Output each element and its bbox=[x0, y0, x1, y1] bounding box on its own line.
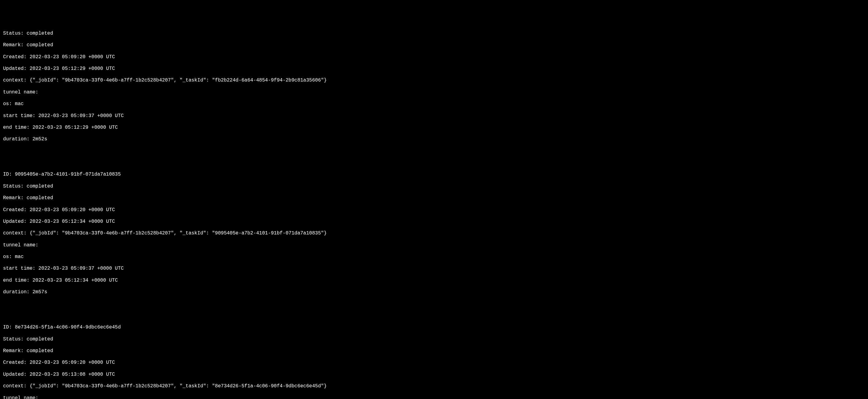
id-line: ID: 9095405e-a7b2-4101-91bf-071da7a10835 bbox=[3, 172, 865, 178]
created-line: Created: 2022-03-23 05:09:20 +0000 UTC bbox=[3, 54, 865, 60]
tunnel-name-line: tunnel name: bbox=[3, 242, 865, 248]
os-value: mac bbox=[15, 101, 24, 106]
updated-line: Updated: 2022-03-23 05:12:34 +0000 UTC bbox=[3, 219, 865, 225]
end-time-line: end time: 2022-03-23 05:12:29 +0000 UTC bbox=[3, 125, 865, 130]
start-time-line: start time: 2022-03-23 05:09:37 +0000 UT… bbox=[3, 266, 865, 272]
remark-value: completed bbox=[27, 195, 53, 201]
duration-label: duration: bbox=[3, 136, 32, 142]
status-line: Status: completed bbox=[3, 184, 865, 189]
created-line: Created: 2022-03-23 05:09:20 +0000 UTC bbox=[3, 207, 865, 213]
created-label: Created: bbox=[3, 207, 29, 213]
status-label: Status: bbox=[3, 336, 27, 342]
updated-value: 2022-03-23 05:12:34 +0000 UTC bbox=[29, 219, 115, 224]
id-value: 8e734d26-5f1a-4c06-90f4-9dbc6ec6e45d bbox=[15, 325, 121, 330]
id-label: ID: bbox=[3, 172, 15, 177]
tunnel-name-label: tunnel name: bbox=[3, 242, 38, 248]
blank-line bbox=[3, 148, 865, 154]
remark-line: Remark: completed bbox=[3, 348, 865, 354]
remark-value: completed bbox=[27, 348, 53, 354]
end-time-label: end time: bbox=[3, 125, 32, 130]
remark-label: Remark: bbox=[3, 42, 27, 48]
os-line: os: mac bbox=[3, 254, 865, 260]
start-time-line: start time: 2022-03-23 05:09:37 +0000 UT… bbox=[3, 113, 865, 119]
blank-line bbox=[3, 313, 865, 319]
end-time-value: 2022-03-23 05:12:34 +0000 UTC bbox=[32, 278, 118, 283]
remark-label: Remark: bbox=[3, 195, 27, 201]
created-value: 2022-03-23 05:09:20 +0000 UTC bbox=[29, 360, 115, 365]
os-line: os: mac bbox=[3, 101, 865, 107]
remark-label: Remark: bbox=[3, 348, 27, 354]
context-value: {"_jobId": "9b4703ca-33f0-4e6b-a7ff-1b2c… bbox=[29, 78, 327, 83]
start-time-value: 2022-03-23 05:09:37 +0000 UTC bbox=[38, 266, 124, 271]
status-line: Status: completed bbox=[3, 31, 865, 36]
status-label: Status: bbox=[3, 184, 27, 189]
tunnel-name-line: tunnel name: bbox=[3, 90, 865, 95]
remark-value: completed bbox=[27, 42, 53, 48]
remark-line: Remark: completed bbox=[3, 195, 865, 201]
start-time-value: 2022-03-23 05:09:37 +0000 UTC bbox=[38, 113, 124, 119]
duration-line: duration: 2m57s bbox=[3, 289, 865, 295]
status-label: Status: bbox=[3, 31, 27, 36]
remark-line: Remark: completed bbox=[3, 42, 865, 48]
start-time-label: start time: bbox=[3, 266, 38, 271]
status-line: Status: completed bbox=[3, 336, 865, 342]
context-line: context: {"_jobId": "9b4703ca-33f0-4e6b-… bbox=[3, 231, 865, 236]
duration-value: 2m52s bbox=[32, 136, 47, 142]
updated-line: Updated: 2022-03-23 05:12:29 +0000 UTC bbox=[3, 66, 865, 72]
updated-label: Updated: bbox=[3, 219, 29, 224]
os-value: mac bbox=[15, 254, 24, 259]
status-value: completed bbox=[27, 184, 53, 189]
start-time-label: start time: bbox=[3, 113, 38, 119]
context-label: context: bbox=[3, 231, 29, 236]
created-value: 2022-03-23 05:09:20 +0000 UTC bbox=[29, 54, 115, 60]
duration-line: duration: 2m52s bbox=[3, 136, 865, 142]
context-value: {"_jobId": "9b4703ca-33f0-4e6b-a7ff-1b2c… bbox=[29, 231, 327, 236]
terminal-output: Status: completed Remark: completed Crea… bbox=[3, 25, 865, 399]
created-line: Created: 2022-03-23 05:09:20 +0000 UTC bbox=[3, 360, 865, 366]
os-label: os: bbox=[3, 254, 15, 259]
status-value: completed bbox=[27, 31, 53, 36]
duration-label: duration: bbox=[3, 289, 32, 295]
os-label: os: bbox=[3, 101, 15, 106]
context-line: context: {"_jobId": "9b4703ca-33f0-4e6b-… bbox=[3, 78, 865, 83]
context-value: {"_jobId": "9b4703ca-33f0-4e6b-a7ff-1b2c… bbox=[29, 383, 327, 389]
end-time-line: end time: 2022-03-23 05:12:34 +0000 UTC bbox=[3, 278, 865, 283]
blank-line bbox=[3, 301, 865, 307]
context-label: context: bbox=[3, 78, 29, 83]
context-line: context: {"_jobId": "9b4703ca-33f0-4e6b-… bbox=[3, 383, 865, 389]
created-label: Created: bbox=[3, 54, 29, 60]
tunnel-name-label: tunnel name: bbox=[3, 90, 38, 95]
updated-line: Updated: 2022-03-23 05:13:08 +0000 UTC bbox=[3, 372, 865, 377]
tunnel-name-line: tunnel name: bbox=[3, 395, 865, 399]
updated-label: Updated: bbox=[3, 372, 29, 377]
tunnel-name-label: tunnel name: bbox=[3, 395, 38, 399]
context-label: context: bbox=[3, 383, 29, 389]
created-value: 2022-03-23 05:09:20 +0000 UTC bbox=[29, 207, 115, 213]
created-label: Created: bbox=[3, 360, 29, 365]
updated-value: 2022-03-23 05:12:29 +0000 UTC bbox=[29, 66, 115, 71]
end-time-value: 2022-03-23 05:12:29 +0000 UTC bbox=[32, 125, 118, 130]
id-label: ID: bbox=[3, 325, 15, 330]
blank-line bbox=[3, 160, 865, 166]
duration-value: 2m57s bbox=[32, 289, 47, 295]
end-time-label: end time: bbox=[3, 278, 32, 283]
status-value: completed bbox=[27, 336, 53, 342]
id-value: 9095405e-a7b2-4101-91bf-071da7a10835 bbox=[15, 172, 121, 177]
updated-value: 2022-03-23 05:13:08 +0000 UTC bbox=[29, 372, 115, 377]
id-line: ID: 8e734d26-5f1a-4c06-90f4-9dbc6ec6e45d bbox=[3, 325, 865, 330]
updated-label: Updated: bbox=[3, 66, 29, 71]
